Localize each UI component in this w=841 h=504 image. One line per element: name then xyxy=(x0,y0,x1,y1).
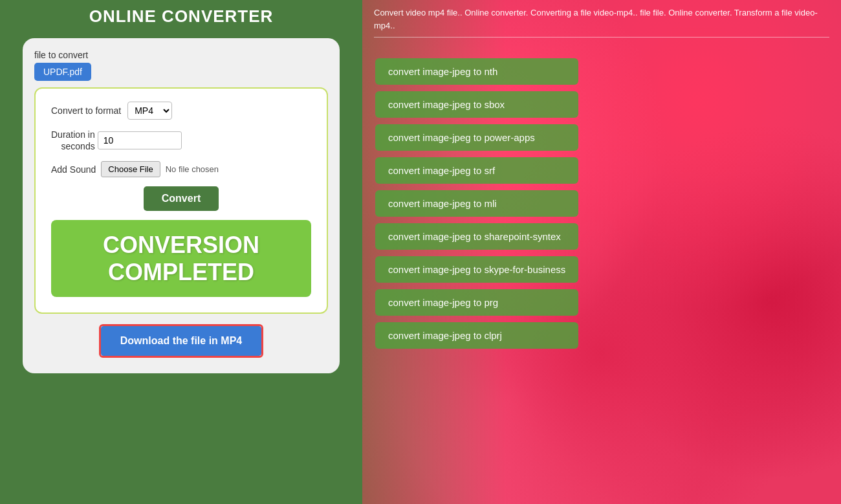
converter-link[interactable]: convert image-jpeg to mli xyxy=(375,190,578,217)
format-label: Convert to format xyxy=(51,105,121,116)
conversion-completed-text: CONVERSION COMPLETED xyxy=(58,232,305,285)
file-badge[interactable]: UPDF.pdf xyxy=(34,63,91,81)
download-btn-wrapper: Download the file in MP4 xyxy=(99,324,263,358)
description-text-area: Convert video mp4 file.. Online converte… xyxy=(362,0,841,49)
description-text: Convert video mp4 file.. Online converte… xyxy=(374,8,818,30)
no-file-label: No file chosen xyxy=(166,164,219,174)
duration-input[interactable] xyxy=(98,131,182,149)
sound-label: Add Sound xyxy=(51,164,96,175)
download-button[interactable]: Download the file in MP4 xyxy=(101,326,261,356)
format-row: Convert to format MP4 AVI MOV MKV WMV xyxy=(51,102,311,120)
converter-link[interactable]: convert image-jpeg to sbox xyxy=(375,91,578,118)
format-select[interactable]: MP4 AVI MOV MKV WMV xyxy=(127,102,172,120)
sound-row: Add Sound Choose File No file chosen xyxy=(51,161,311,177)
convert-button[interactable]: Convert xyxy=(144,186,219,211)
converter-link[interactable]: convert image-jpeg to prg xyxy=(375,289,578,316)
inner-form-card: Convert to format MP4 AVI MOV MKV WMV Du… xyxy=(34,87,328,314)
file-to-convert-label: file to convert xyxy=(34,50,328,60)
converter-link[interactable]: convert image-jpeg to clprj xyxy=(375,322,578,349)
conversion-completed-box: CONVERSION COMPLETED xyxy=(51,220,311,297)
choose-file-button[interactable]: Choose File xyxy=(101,161,160,177)
converter-card: file to convert UPDF.pdf Convert to form… xyxy=(23,38,340,373)
converter-link[interactable]: convert image-jpeg to nth xyxy=(375,58,578,85)
duration-label: Duration inseconds xyxy=(51,129,95,152)
divider xyxy=(374,37,829,38)
converter-link[interactable]: convert image-jpeg to skype-for-business xyxy=(375,256,578,283)
site-title: ONLINE CONVERTER xyxy=(89,6,274,27)
links-container: convert image-jpeg to nthconvert image-j… xyxy=(375,58,578,349)
right-panel: Convert video mp4 file.. Online converte… xyxy=(362,0,841,504)
left-panel: ONLINE CONVERTER file to convert UPDF.pd… xyxy=(0,0,362,504)
converter-link[interactable]: convert image-jpeg to srf xyxy=(375,157,578,184)
converter-link[interactable]: convert image-jpeg to sharepoint-syntex xyxy=(375,223,578,250)
duration-row: Duration inseconds xyxy=(51,129,311,152)
converter-link[interactable]: convert image-jpeg to power-apps xyxy=(375,124,578,151)
